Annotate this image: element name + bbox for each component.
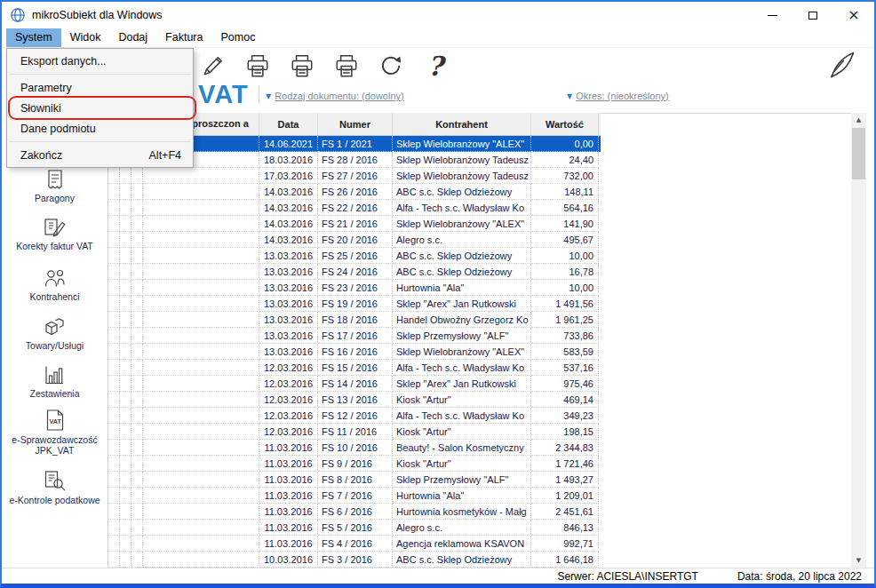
refresh-icon[interactable] (374, 51, 408, 81)
invoice-row[interactable]: 12.03.2016FS 12 / 2016Alfa - Tech s.c. W… (108, 408, 601, 424)
cell-data: 14.03.2016 (259, 216, 318, 232)
invoice-row[interactable]: 11.03.2016FS 7 / 2016Hurtownia "Ala"1 20… (108, 488, 601, 504)
cell-numer: FS 18 / 2016 (318, 312, 393, 328)
sidebar-item-paragony[interactable]: Paragony (4, 167, 106, 203)
goods-icon (4, 314, 106, 338)
invoice-row[interactable]: 13.03.2016FS 24 / 2016ABC s.c. Sklep Odz… (108, 264, 601, 280)
menubar-item-faktura[interactable]: Faktura (156, 28, 211, 47)
invoice-row[interactable]: 13.03.2016FS 16 / 2016Sklep Wielobranżow… (108, 344, 601, 360)
menu-item-dane-podmiotu[interactable]: Dane podmiotu (7, 118, 193, 139)
invoice-row[interactable]: 14.03.2016FS 20 / 2016Alegro s.c.495,67 (108, 232, 601, 248)
cell-numer: FS 6 / 2016 (318, 504, 393, 520)
invoice-row[interactable]: 11.03.2016FS 4 / 2016Agencja reklamowa K… (108, 536, 601, 552)
menu-item-eksport-danych[interactable]: Eksport danych... (7, 51, 193, 71)
cell-flag (120, 296, 131, 312)
cell-flag (120, 344, 131, 360)
audit-icon (4, 469, 106, 492)
heading-divider (259, 85, 259, 104)
edit-pencil-icon[interactable] (196, 51, 230, 81)
cell-data: 13.03.2016 (259, 312, 318, 328)
cell-data: 14.03.2016 (259, 200, 318, 216)
window-controls: × (752, 2, 874, 28)
maximize-button[interactable] (792, 2, 833, 28)
scroll-up-icon[interactable]: ▲ (851, 113, 866, 127)
close-button[interactable]: × (833, 2, 874, 28)
menu-separator (9, 74, 191, 75)
sidebar-item-zestawienia[interactable]: Zestawienia (4, 362, 106, 399)
invoice-row[interactable]: 13.03.2016FS 18 / 2016Handel Obwoźny Grz… (108, 312, 601, 328)
cell-uproszczona (143, 520, 259, 536)
invoice-row[interactable]: 12.03.2016FS 14 / 2016Sklep "Arex" Jan R… (108, 376, 601, 392)
invoice-row[interactable]: 13.03.2016FS 19 / 2016Sklep "Arex" Jan R… (108, 296, 601, 312)
sidebar-item-korekty-faktur-vat[interactable]: Korekty faktur VAT (4, 215, 106, 251)
cell-kontrahent: ABC s.c. Sklep Odzieżowy (393, 552, 531, 568)
invoice-row[interactable]: 11.03.2016FS 10 / 2016Beauty! - Salon Ko… (108, 440, 601, 456)
invoice-table: proszczon aDataNumerKontrahentWartość 14… (108, 113, 601, 568)
invoice-row[interactable]: 12.03.2016FS 15 / 2016Alfa - Tech s.c. W… (108, 360, 601, 376)
minimize-button[interactable] (752, 2, 792, 28)
menu-item-słowniki[interactable]: Słowniki (7, 98, 193, 118)
cell-kontrahent: ABC s.c. Sklep Odzieżowy (393, 184, 531, 200)
vertical-scrollbar[interactable]: ▲ ▼ (851, 113, 866, 568)
scrollbar-thumb[interactable] (852, 128, 865, 179)
column-header-label: Data (278, 119, 299, 130)
menubar-item-dodaj[interactable]: Dodaj (109, 28, 156, 47)
cell-flag (131, 552, 143, 568)
filter-document-type[interactable]: ▼ Rodzaj dokumentu: (dowolny) (266, 91, 404, 101)
cell-kontrahent: Sklep Wielobranżowy "ALEX" (393, 216, 531, 232)
cell-kontrahent: Kiosk "Artur" (393, 456, 531, 472)
menubar: SystemWidokDodajFakturaPomoc (2, 28, 874, 48)
column-header-label: Wartość (546, 119, 584, 130)
titlebar: mikroSubiekt dla Windows × (2, 2, 874, 28)
cell-flag (120, 376, 131, 392)
invoice-row[interactable]: 14.03.2016FS 21 / 2016Sklep Wielobranżow… (108, 216, 601, 232)
cell-flag (131, 328, 143, 344)
cell-kontrahent: Hurtownia kosmetyków - Małg (393, 504, 531, 520)
invoice-row[interactable]: 12.03.2016FS 11 / 2016Kiosk "Artur"198,1… (108, 424, 601, 440)
invoice-row[interactable]: 12.03.2016FS 13 / 2016Kiosk "Artur"469,1… (108, 392, 601, 408)
sidebar-item-e-sprawozdawczość-jpk-vat[interactable]: VATe-Sprawozdawczość JPK_VAT (4, 409, 106, 457)
cell-flag (108, 552, 120, 568)
help-icon[interactable]: ? (418, 51, 452, 81)
cell-flag (120, 520, 131, 536)
print-list-icon[interactable] (330, 51, 363, 81)
sidebar-item-kontrahenci[interactable]: Kontrahenci (4, 266, 106, 302)
menubar-item-widok[interactable]: Widok (61, 28, 110, 47)
invoice-row[interactable]: 14.03.2016FS 22 / 2016Alfa - Tech s.c. W… (108, 200, 601, 216)
print-document-icon[interactable] (285, 51, 319, 81)
sidebar-item-e-kontrole-podatkowe[interactable]: e-Kontrole podatkowe (4, 469, 106, 505)
menu-item-parametry[interactable]: Parametry (7, 77, 193, 98)
chevron-down-icon: ▼ (567, 92, 572, 100)
cell-kontrahent: Sklep "Arex" Jan Rutkowski (393, 376, 531, 392)
cell-kontrahent: Hurtownia "Ala" (393, 488, 531, 504)
invoice-row[interactable]: 11.03.2016FS 8 / 2016Sklep Przemysłowy "… (108, 472, 601, 488)
cell-uproszczona (143, 344, 259, 360)
print-icon[interactable] (241, 51, 275, 81)
menubar-item-system[interactable]: System (6, 28, 61, 47)
cell-uproszczona (143, 488, 259, 504)
cell-data: 12.03.2016 (259, 392, 318, 408)
cell-kontrahent: Agencja reklamowa KSAVON (393, 536, 531, 552)
invoice-row[interactable]: 11.03.2016FS 6 / 2016Hurtownia kosmetykó… (108, 504, 601, 520)
column-header-wartość[interactable]: Wartość (531, 113, 599, 135)
scroll-down-icon[interactable]: ▼ (851, 553, 866, 568)
column-header-numer[interactable]: Numer (318, 113, 393, 135)
invoice-row[interactable]: 11.03.2016FS 5 / 2016Alegro s.c.846,13 (108, 520, 601, 536)
cell-flag (108, 456, 120, 472)
invoice-row[interactable]: 10.03.2016FS 3 / 2016ABC s.c. Sklep Odzi… (108, 552, 601, 568)
invoice-row[interactable]: 14.03.2016FS 26 / 2016ABC s.c. Sklep Odz… (108, 184, 601, 200)
pen-icon[interactable] (823, 48, 860, 82)
menubar-item-pomoc[interactable]: Pomoc (211, 28, 264, 47)
invoice-row[interactable]: 11.03.2016FS 9 / 2016Kiosk "Artur"1 721,… (108, 456, 601, 472)
column-header-kontrahent[interactable]: Kontrahent (393, 113, 531, 135)
filter-period[interactable]: ▼ Okres: (nieokreślony) (567, 91, 669, 101)
column-header-data[interactable]: Data (259, 113, 318, 135)
invoice-row[interactable]: 17.03.2016FS 27 / 2016Sklep Wielobranżow… (108, 168, 601, 184)
invoice-row[interactable]: 13.03.2016FS 25 / 2016ABC s.c. Sklep Odz… (108, 248, 601, 264)
invoice-row[interactable]: 13.03.2016FS 17 / 2016Sklep Przemysłowy … (108, 328, 601, 344)
cell-kontrahent: Hurtownia "Ala" (393, 280, 531, 296)
sidebar-item-towary-usługi[interactable]: Towary/Usługi (4, 314, 106, 351)
menu-item-zakończ[interactable]: ZakończAlt+F4 (7, 145, 193, 165)
invoice-row[interactable]: 13.03.2016FS 23 / 2016Hurtownia "Ala"10,… (108, 280, 601, 296)
sidebar-item-label: Kontrahenci (4, 291, 106, 302)
